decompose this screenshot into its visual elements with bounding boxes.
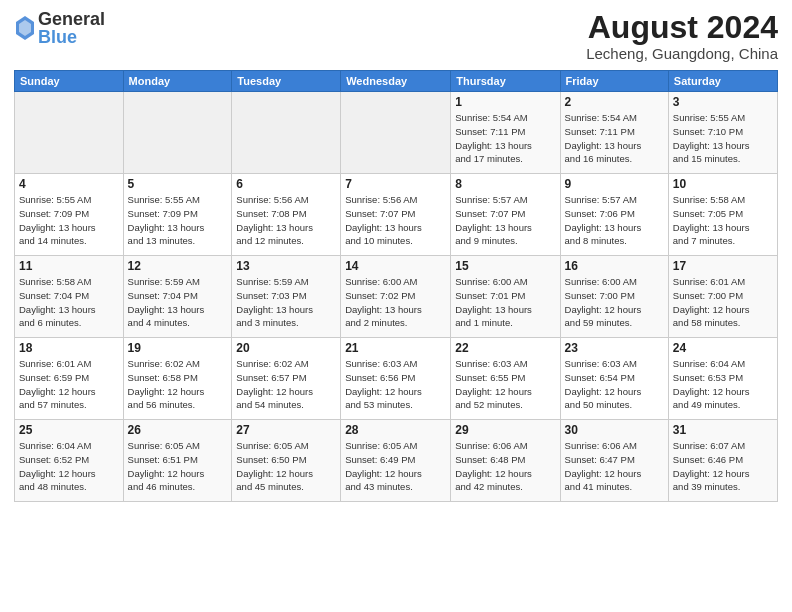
calendar-cell: 18Sunrise: 6:01 AM Sunset: 6:59 PM Dayli… (15, 338, 124, 420)
location: Lecheng, Guangdong, China (586, 45, 778, 62)
day-number: 20 (236, 341, 336, 355)
day-number: 29 (455, 423, 555, 437)
day-info: Sunrise: 5:55 AM Sunset: 7:09 PM Dayligh… (19, 193, 119, 248)
calendar-cell: 17Sunrise: 6:01 AM Sunset: 7:00 PM Dayli… (668, 256, 777, 338)
day-number: 18 (19, 341, 119, 355)
calendar-cell: 22Sunrise: 6:03 AM Sunset: 6:55 PM Dayli… (451, 338, 560, 420)
calendar-cell: 31Sunrise: 6:07 AM Sunset: 6:46 PM Dayli… (668, 420, 777, 502)
logo-icon (14, 14, 36, 42)
day-info: Sunrise: 6:00 AM Sunset: 7:01 PM Dayligh… (455, 275, 555, 330)
day-info: Sunrise: 5:59 AM Sunset: 7:04 PM Dayligh… (128, 275, 228, 330)
calendar-cell (341, 92, 451, 174)
day-info: Sunrise: 5:56 AM Sunset: 7:07 PM Dayligh… (345, 193, 446, 248)
day-number: 30 (565, 423, 664, 437)
calendar-cell: 23Sunrise: 6:03 AM Sunset: 6:54 PM Dayli… (560, 338, 668, 420)
day-number: 13 (236, 259, 336, 273)
day-number: 14 (345, 259, 446, 273)
days-of-week-row: SundayMondayTuesdayWednesdayThursdayFrid… (15, 71, 778, 92)
day-info: Sunrise: 5:55 AM Sunset: 7:09 PM Dayligh… (128, 193, 228, 248)
day-info: Sunrise: 6:03 AM Sunset: 6:56 PM Dayligh… (345, 357, 446, 412)
day-of-week-monday: Monday (123, 71, 232, 92)
day-info: Sunrise: 6:05 AM Sunset: 6:51 PM Dayligh… (128, 439, 228, 494)
day-number: 3 (673, 95, 773, 109)
day-number: 17 (673, 259, 773, 273)
day-number: 1 (455, 95, 555, 109)
calendar-cell: 16Sunrise: 6:00 AM Sunset: 7:00 PM Dayli… (560, 256, 668, 338)
day-info: Sunrise: 5:59 AM Sunset: 7:03 PM Dayligh… (236, 275, 336, 330)
day-number: 19 (128, 341, 228, 355)
day-info: Sunrise: 6:06 AM Sunset: 6:48 PM Dayligh… (455, 439, 555, 494)
day-info: Sunrise: 5:54 AM Sunset: 7:11 PM Dayligh… (455, 111, 555, 166)
calendar-cell: 25Sunrise: 6:04 AM Sunset: 6:52 PM Dayli… (15, 420, 124, 502)
calendar-cell (232, 92, 341, 174)
calendar-table: SundayMondayTuesdayWednesdayThursdayFrid… (14, 70, 778, 502)
week-row-4: 18Sunrise: 6:01 AM Sunset: 6:59 PM Dayli… (15, 338, 778, 420)
calendar-cell: 4Sunrise: 5:55 AM Sunset: 7:09 PM Daylig… (15, 174, 124, 256)
day-number: 12 (128, 259, 228, 273)
calendar-cell: 6Sunrise: 5:56 AM Sunset: 7:08 PM Daylig… (232, 174, 341, 256)
calendar-header: SundayMondayTuesdayWednesdayThursdayFrid… (15, 71, 778, 92)
day-of-week-wednesday: Wednesday (341, 71, 451, 92)
day-info: Sunrise: 6:03 AM Sunset: 6:54 PM Dayligh… (565, 357, 664, 412)
logo-blue: Blue (38, 28, 105, 46)
week-row-3: 11Sunrise: 5:58 AM Sunset: 7:04 PM Dayli… (15, 256, 778, 338)
calendar-cell: 1Sunrise: 5:54 AM Sunset: 7:11 PM Daylig… (451, 92, 560, 174)
calendar-cell: 12Sunrise: 5:59 AM Sunset: 7:04 PM Dayli… (123, 256, 232, 338)
calendar-cell (123, 92, 232, 174)
day-info: Sunrise: 6:04 AM Sunset: 6:53 PM Dayligh… (673, 357, 773, 412)
day-of-week-friday: Friday (560, 71, 668, 92)
calendar-cell: 19Sunrise: 6:02 AM Sunset: 6:58 PM Dayli… (123, 338, 232, 420)
day-number: 4 (19, 177, 119, 191)
calendar-cell: 28Sunrise: 6:05 AM Sunset: 6:49 PM Dayli… (341, 420, 451, 502)
day-info: Sunrise: 6:04 AM Sunset: 6:52 PM Dayligh… (19, 439, 119, 494)
day-info: Sunrise: 5:56 AM Sunset: 7:08 PM Dayligh… (236, 193, 336, 248)
day-info: Sunrise: 6:05 AM Sunset: 6:49 PM Dayligh… (345, 439, 446, 494)
month-year: August 2024 (586, 10, 778, 45)
day-number: 21 (345, 341, 446, 355)
calendar-cell: 5Sunrise: 5:55 AM Sunset: 7:09 PM Daylig… (123, 174, 232, 256)
day-number: 16 (565, 259, 664, 273)
calendar-cell: 29Sunrise: 6:06 AM Sunset: 6:48 PM Dayli… (451, 420, 560, 502)
page-header: General Blue August 2024 Lecheng, Guangd… (14, 10, 778, 62)
calendar-cell: 13Sunrise: 5:59 AM Sunset: 7:03 PM Dayli… (232, 256, 341, 338)
day-number: 22 (455, 341, 555, 355)
calendar-cell: 9Sunrise: 5:57 AM Sunset: 7:06 PM Daylig… (560, 174, 668, 256)
calendar-cell: 26Sunrise: 6:05 AM Sunset: 6:51 PM Dayli… (123, 420, 232, 502)
calendar-cell: 7Sunrise: 5:56 AM Sunset: 7:07 PM Daylig… (341, 174, 451, 256)
day-info: Sunrise: 5:58 AM Sunset: 7:04 PM Dayligh… (19, 275, 119, 330)
day-number: 27 (236, 423, 336, 437)
day-info: Sunrise: 6:01 AM Sunset: 7:00 PM Dayligh… (673, 275, 773, 330)
day-number: 31 (673, 423, 773, 437)
day-info: Sunrise: 5:55 AM Sunset: 7:10 PM Dayligh… (673, 111, 773, 166)
day-info: Sunrise: 6:00 AM Sunset: 7:00 PM Dayligh… (565, 275, 664, 330)
day-info: Sunrise: 6:02 AM Sunset: 6:58 PM Dayligh… (128, 357, 228, 412)
calendar-cell: 11Sunrise: 5:58 AM Sunset: 7:04 PM Dayli… (15, 256, 124, 338)
calendar-body: 1Sunrise: 5:54 AM Sunset: 7:11 PM Daylig… (15, 92, 778, 502)
title-block: August 2024 Lecheng, Guangdong, China (586, 10, 778, 62)
calendar-cell: 20Sunrise: 6:02 AM Sunset: 6:57 PM Dayli… (232, 338, 341, 420)
day-number: 6 (236, 177, 336, 191)
day-number: 28 (345, 423, 446, 437)
day-info: Sunrise: 6:03 AM Sunset: 6:55 PM Dayligh… (455, 357, 555, 412)
calendar-cell: 2Sunrise: 5:54 AM Sunset: 7:11 PM Daylig… (560, 92, 668, 174)
day-number: 2 (565, 95, 664, 109)
calendar-cell: 14Sunrise: 6:00 AM Sunset: 7:02 PM Dayli… (341, 256, 451, 338)
day-number: 11 (19, 259, 119, 273)
day-of-week-saturday: Saturday (668, 71, 777, 92)
day-number: 8 (455, 177, 555, 191)
calendar-cell: 21Sunrise: 6:03 AM Sunset: 6:56 PM Dayli… (341, 338, 451, 420)
day-number: 26 (128, 423, 228, 437)
day-number: 15 (455, 259, 555, 273)
calendar-cell: 27Sunrise: 6:05 AM Sunset: 6:50 PM Dayli… (232, 420, 341, 502)
day-number: 7 (345, 177, 446, 191)
day-info: Sunrise: 5:57 AM Sunset: 7:07 PM Dayligh… (455, 193, 555, 248)
day-info: Sunrise: 6:07 AM Sunset: 6:46 PM Dayligh… (673, 439, 773, 494)
day-number: 5 (128, 177, 228, 191)
day-info: Sunrise: 5:54 AM Sunset: 7:11 PM Dayligh… (565, 111, 664, 166)
day-number: 24 (673, 341, 773, 355)
day-info: Sunrise: 6:00 AM Sunset: 7:02 PM Dayligh… (345, 275, 446, 330)
day-info: Sunrise: 5:57 AM Sunset: 7:06 PM Dayligh… (565, 193, 664, 248)
day-info: Sunrise: 6:01 AM Sunset: 6:59 PM Dayligh… (19, 357, 119, 412)
day-of-week-sunday: Sunday (15, 71, 124, 92)
day-info: Sunrise: 6:06 AM Sunset: 6:47 PM Dayligh… (565, 439, 664, 494)
